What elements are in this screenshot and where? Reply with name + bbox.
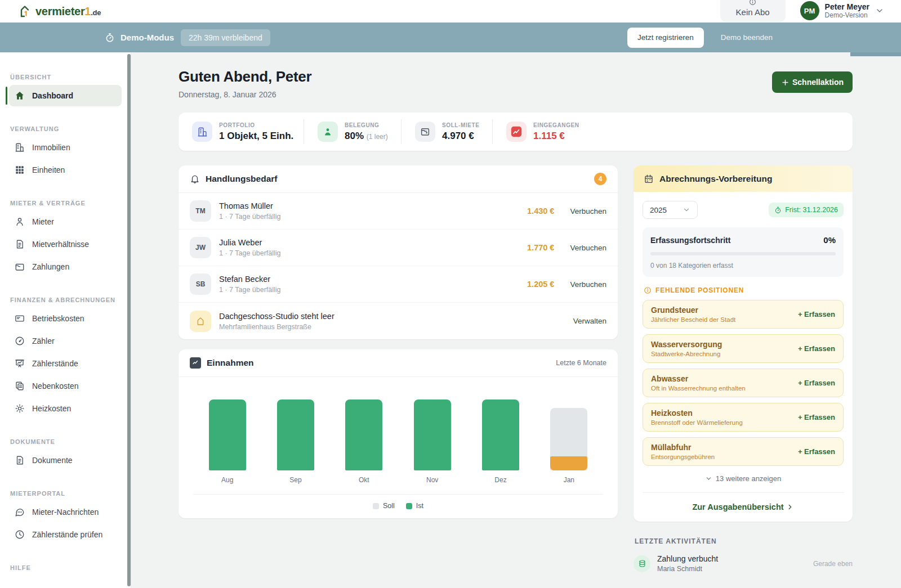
sidebar-item-dokumente[interactable]: Dokumente xyxy=(9,450,122,471)
timer-icon xyxy=(105,33,115,43)
sidebar-section-verwaltung: VERWALTUNG xyxy=(10,125,122,132)
user-subtitle: Demo-Version xyxy=(825,11,869,19)
sidebar-item-mieter[interactable]: Mieter xyxy=(9,211,122,232)
info-icon xyxy=(749,0,756,6)
coins-icon xyxy=(634,555,650,572)
page-title: Guten Abend, Peter xyxy=(179,68,311,86)
stat-soll-miete: SOLL-MIETE 4.970 € xyxy=(402,119,493,144)
logo[interactable]: vermieter1.de xyxy=(18,5,101,18)
info-icon xyxy=(644,286,652,294)
bar-jan: Jan xyxy=(535,397,603,484)
erfassen-link[interactable]: + Erfassen xyxy=(798,413,835,421)
wallet-icon xyxy=(415,122,435,142)
main-content: Guten Abend, Peter Donnerstag, 8. Januar… xyxy=(131,52,901,588)
demo-time-remaining: 22h 39m verbleibend xyxy=(181,29,270,46)
activities-title: LETZTE AKTIVITÄTEN xyxy=(635,537,853,545)
wallet-icon xyxy=(15,262,25,272)
legend-swatch-soll xyxy=(373,503,379,509)
sidebar-section-dokumente: DOKUMENTE xyxy=(10,438,122,445)
verbuchen-link[interactable]: Verbuchen xyxy=(570,280,606,289)
ausgabenuebersicht-link[interactable]: Zur Ausgabenübersicht xyxy=(643,502,844,511)
sidebar-item-mieter-nachrichten[interactable]: Mieter-Nachrichten xyxy=(9,501,122,523)
user-menu[interactable]: PM Peter Meyer Demo-Version xyxy=(800,1,884,20)
einnahmen-title: Einnahmen xyxy=(207,358,254,368)
presentation-chart-icon xyxy=(15,358,25,369)
stat-portfolio: PORTFOLIO 1 Objekt, 5 Einh. xyxy=(179,119,304,144)
end-demo-button[interactable]: Demo beenden xyxy=(721,33,773,42)
sidebar-item-dashboard[interactable]: Dashboard xyxy=(9,85,122,106)
progress-percent: 0% xyxy=(823,235,836,245)
grid-icon xyxy=(15,165,25,175)
erfassen-link[interactable]: + Erfassen xyxy=(798,344,835,353)
abrechnungs-vorbereitung-card: Abrechnungs-Vorbereitung 2025 Fris xyxy=(634,165,853,522)
erfassen-link[interactable]: + Erfassen xyxy=(798,379,835,387)
verbuchen-link[interactable]: Verbuchen xyxy=(570,244,606,252)
sidebar-item-zahlungen[interactable]: Zahlungen xyxy=(9,256,122,277)
missing-item-abwasser: Abwasser Oft in Wasserrechnung enthalten… xyxy=(643,369,844,397)
missing-item-heizkosten: Heizkosten Brennstoff oder Wärmelieferun… xyxy=(643,403,844,432)
overdue-amount: 1.770 € xyxy=(527,243,554,252)
overdue-amount: 1.430 € xyxy=(527,207,554,216)
abrechnung-title: Abrechnungs-Vorbereitung xyxy=(659,174,772,184)
show-more-link[interactable]: 13 weitere anzeigen xyxy=(643,474,844,483)
building-icon xyxy=(192,122,212,142)
plus-icon xyxy=(781,78,790,87)
trend-chart-icon xyxy=(190,357,201,369)
handlungsbedarf-row: TM Thomas Müller 1 · 7 Tage überfällig 1… xyxy=(179,193,618,230)
avatar: SB xyxy=(190,273,211,295)
erfassen-link[interactable]: + Erfassen xyxy=(798,310,835,318)
handlungsbedarf-row: JW Julia Weber 1 · 7 Tage überfällig 1.7… xyxy=(179,230,618,266)
sidebar-section-hilfe: HILFE xyxy=(10,564,122,571)
clock-icon xyxy=(15,529,25,540)
bar-chart: Aug Sep Okt xyxy=(179,377,618,484)
bar-sep: Sep xyxy=(261,397,329,484)
handlungsbedarf-title: Handlungsbedarf xyxy=(206,174,277,184)
stats-card: PORTFOLIO 1 Objekt, 5 Einh. BELEGUNG 80%… xyxy=(179,113,853,151)
avatar: JW xyxy=(190,237,211,258)
bar-okt: Okt xyxy=(330,397,398,484)
verwalten-link[interactable]: Verwalten xyxy=(573,317,606,325)
missing-item-muellabfuhr: Müllabfuhr Entsorgungsgebühren + Erfasse… xyxy=(643,437,844,466)
bar-dez: Dez xyxy=(466,397,534,484)
subscription-status[interactable]: Kein Abo xyxy=(720,0,786,22)
overdue-amount: 1.205 € xyxy=(527,280,554,289)
erfassungsfortschritt-box: Erfassungsfortschritt 0% 0 von 18 Katego… xyxy=(643,227,844,277)
stat-belegung: BELEGUNG 80% (1 leer) xyxy=(304,119,402,144)
register-now-button[interactable]: Jetzt registrieren xyxy=(627,28,704,48)
sidebar-item-zaehlerstaende[interactable]: Zählerstände xyxy=(9,353,122,374)
sun-icon xyxy=(15,403,25,414)
sidebar-item-einheiten[interactable]: Einheiten xyxy=(9,159,122,181)
avatar: TM xyxy=(190,200,211,222)
erfassen-link[interactable]: + Erfassen xyxy=(798,447,835,456)
missing-item-grundsteuer: Grundsteuer Jährlicher Bescheid der Stad… xyxy=(643,300,844,329)
verbuchen-link[interactable]: Verbuchen xyxy=(570,207,606,216)
sidebar-scrollbar[interactable] xyxy=(127,54,131,586)
einnahmen-card: Einnahmen Letzte 6 Monate Aug xyxy=(179,349,618,518)
sidebar-item-immobilien[interactable]: Immobilien xyxy=(9,137,122,158)
sidebar: ÜBERSICHT Dashboard VERWALTUNG Immobilie… xyxy=(0,52,131,588)
sidebar-item-mietverhaeltnisse[interactable]: Mietverhältnisse xyxy=(9,234,122,255)
logo-text: vermieter1.de xyxy=(35,5,101,18)
sidebar-item-zaehler[interactable]: Zähler xyxy=(9,330,122,352)
letzte-aktivitaeten-section: LETZTE AKTIVITÄTEN Zahlung verbucht Mari… xyxy=(634,537,853,573)
sidebar-item-nebenkosten[interactable]: Nebenkosten xyxy=(9,375,122,397)
chevron-down-icon xyxy=(875,6,884,15)
credit-card-icon xyxy=(15,313,25,324)
copy-icon xyxy=(15,381,25,391)
quick-action-button[interactable]: Schnellaktion xyxy=(772,71,853,93)
demo-mode-label: Demo-Modus xyxy=(121,33,174,42)
avatar: PM xyxy=(800,1,819,20)
subscription-label: Kein Abo xyxy=(736,7,770,17)
sidebar-item-zaehlerstaende-pruefen[interactable]: Zählerstände prüfen xyxy=(9,524,122,545)
sidebar-item-heizkosten[interactable]: Heizkosten xyxy=(9,398,122,419)
chevron-down-icon xyxy=(705,475,712,482)
demo-mode-bar: Demo-Modus 22h 39m verbleibend Jetzt reg… xyxy=(0,23,901,52)
scrollbar-strip[interactable] xyxy=(850,52,901,56)
sidebar-section-uebersicht: ÜBERSICHT xyxy=(10,74,122,80)
trend-chart-icon xyxy=(506,122,527,142)
handlungsbedarf-row: SB Stefan Becker 1 · 7 Tage überfällig 1… xyxy=(179,266,618,303)
year-select[interactable]: 2025 xyxy=(643,201,698,219)
activity-time: Gerade eben xyxy=(813,560,853,568)
document-icon xyxy=(15,455,25,465)
sidebar-item-betriebskosten[interactable]: Betriebskosten xyxy=(9,308,122,329)
